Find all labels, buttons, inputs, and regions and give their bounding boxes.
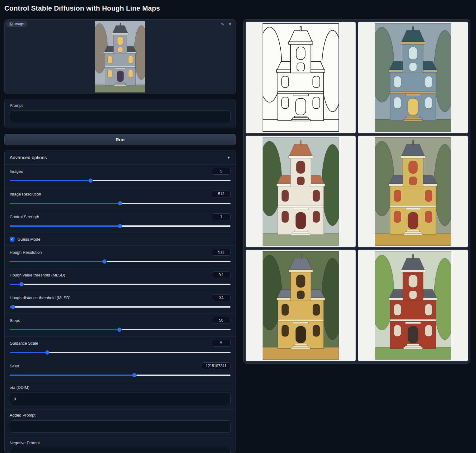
golden-victorian-image (263, 251, 339, 359)
slider-track[interactable] (10, 306, 231, 308)
prompt-input[interactable] (10, 111, 231, 123)
slider-track[interactable] (10, 375, 231, 376)
negative-prompt-label: Negative Prompt (10, 441, 231, 445)
slider-fill (10, 180, 91, 181)
hough-resolution-value[interactable]: 512 (212, 249, 231, 256)
image-icon (9, 22, 13, 26)
house-illustration (375, 137, 451, 245)
image-upload-panel[interactable]: Image ✎ ✕ (4, 19, 236, 94)
eta-input[interactable] (10, 393, 231, 405)
advanced-options-panel: Advanced options ▼ Images 5 Image Resolu… (4, 150, 236, 453)
slider-row-guidance-scale: Guidance Scale 5 (5, 336, 236, 359)
hough-resolution-slider[interactable] (10, 259, 231, 264)
slider-thumb[interactable] (117, 328, 122, 332)
slider-thumb[interactable] (11, 305, 15, 309)
input-house-photo (95, 21, 146, 93)
house-illustration (263, 137, 339, 245)
slider-track[interactable] (10, 352, 231, 353)
steps-label: Steps (10, 318, 20, 323)
slider-thumb[interactable] (88, 178, 93, 183)
slider-track[interactable] (10, 261, 231, 262)
mustard-victorian-image (375, 137, 451, 245)
gallery-item-blue-victorian[interactable] (358, 21, 468, 134)
slider-thumb[interactable] (118, 201, 122, 205)
advanced-options-header[interactable]: Advanced options ▼ (5, 150, 236, 164)
hough-distance-threshold-slider[interactable] (10, 305, 231, 309)
negative-prompt-row: Negative Prompt (5, 437, 236, 453)
hough-value-threshold-slider[interactable] (10, 282, 231, 286)
images-slider[interactable] (10, 178, 231, 183)
image-resolution-value[interactable]: 512 (212, 191, 231, 197)
advanced-options-label: Advanced options (10, 155, 47, 160)
eta-row: eta (DDIM) (5, 382, 236, 409)
slider-thumb[interactable] (118, 224, 122, 228)
edit-image-icon[interactable]: ✎ (221, 22, 225, 26)
slider-fill (10, 375, 134, 376)
guidance-scale-slider[interactable] (10, 350, 231, 355)
seed-label: Seed (10, 364, 19, 368)
prompt-label: Prompt (10, 103, 231, 108)
slider-fill (10, 225, 120, 227)
slider-track[interactable] (10, 284, 231, 285)
image-label-chip: Image (7, 21, 27, 27)
house-illustration (263, 23, 339, 131)
steps-value[interactable]: 50 (212, 317, 231, 324)
page-title: Control Stable Diffusion with Hough Line… (4, 4, 160, 12)
hough-distance-threshold-value[interactable]: 0.1 (212, 294, 231, 301)
added-prompt-input[interactable] (10, 420, 231, 433)
control-strength-slider[interactable] (10, 224, 231, 228)
control-strength-value[interactable]: 1 (212, 213, 231, 220)
collapse-arrow-icon[interactable]: ▼ (227, 155, 231, 160)
slider-fill (10, 261, 105, 262)
slider-fill (10, 203, 120, 204)
slider-row-steps: Steps 50 (5, 314, 236, 336)
negative-prompt-input[interactable] (10, 448, 231, 453)
hough-value-threshold-label: Hough value threshold (MLSD) (10, 273, 65, 277)
prompt-panel: Prompt (4, 99, 236, 128)
slider-fill (10, 352, 47, 353)
images-label: Images (10, 169, 23, 174)
image-resolution-slider[interactable] (10, 201, 231, 205)
house-illustration (95, 21, 146, 93)
steps-slider[interactable] (10, 328, 231, 332)
guess-mode-checkbox[interactable]: ✓ (10, 237, 15, 242)
clear-image-icon[interactable]: ✕ (228, 22, 232, 26)
control-strength-label: Control Strength (10, 215, 39, 219)
slider-thumb[interactable] (132, 373, 137, 377)
guidance-scale-value[interactable]: 5 (212, 340, 231, 347)
run-button[interactable]: Run (4, 134, 236, 145)
seed-value[interactable]: 1215107241 (202, 362, 231, 369)
results-gallery (243, 19, 470, 364)
gallery-item-red-brick-victorian[interactable] (358, 249, 468, 361)
hough-value-threshold-value[interactable]: 0.1 (212, 271, 231, 278)
house-illustration (375, 23, 451, 131)
image-resolution-label: Image Resolution (10, 192, 41, 196)
slider-thumb[interactable] (45, 350, 49, 355)
guess-mode-row: ✓ Guess Mode (5, 233, 236, 245)
white-victorian-image (263, 137, 339, 245)
guidance-scale-label: Guidance Scale (10, 341, 38, 346)
gallery-item-white-victorian[interactable] (245, 135, 356, 248)
hough-resolution-label: Hough Resolution (10, 250, 42, 255)
slider-row-images: Images 5 (5, 164, 236, 187)
slider-row-seed: Seed 1215107241 (5, 359, 236, 382)
hough-line-map-image (263, 23, 339, 131)
eta-label: eta (DDIM) (10, 385, 231, 390)
house-illustration (375, 251, 451, 359)
house-illustration (263, 251, 339, 359)
images-value[interactable]: 5 (212, 168, 231, 175)
slider-row-hough-distance-threshold: Hough distance threshold (MLSD) 0.1 (5, 291, 236, 314)
slider-thumb[interactable] (19, 282, 24, 286)
slider-thumb[interactable] (102, 259, 107, 264)
slider-track[interactable] (10, 180, 231, 181)
image-label: Image (14, 22, 24, 26)
added-prompt-row: Added Prompt (5, 409, 236, 437)
gallery-item-golden-victorian[interactable] (245, 249, 356, 361)
slider-row-image-resolution: Image Resolution 512 (5, 187, 236, 210)
gallery-item-hough-line-map[interactable] (245, 21, 356, 134)
hough-distance-threshold-label: Hough distance threshold (MLSD) (10, 295, 71, 300)
gallery-item-mustard-victorian[interactable] (358, 135, 468, 248)
slider-fill (10, 329, 119, 330)
seed-slider[interactable] (10, 373, 231, 377)
slider-row-hough-resolution: Hough Resolution 512 (5, 245, 236, 268)
